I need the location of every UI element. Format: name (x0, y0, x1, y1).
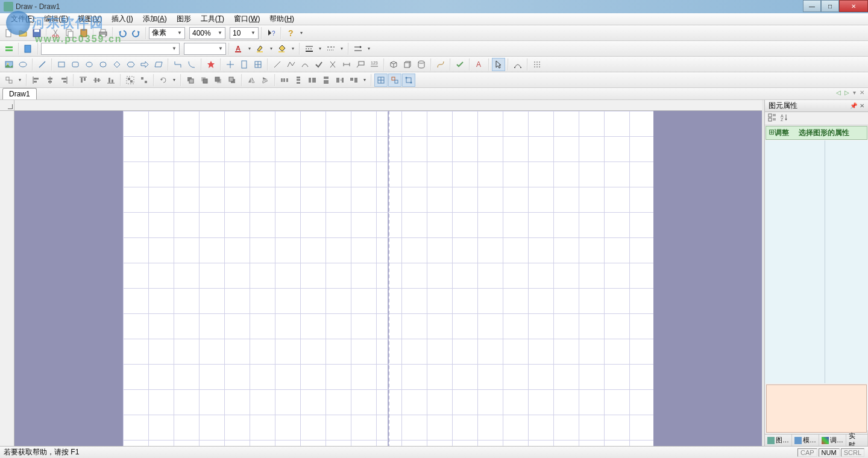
panel-tab-realtime[interactable]: 实时… (846, 430, 868, 447)
match-size-icon[interactable] (347, 74, 360, 87)
image-icon[interactable] (2, 58, 16, 71)
layer-green-icon[interactable] (2, 42, 16, 55)
check2-icon[interactable] (453, 58, 467, 71)
menu-file[interactable]: 文件(F) (6, 13, 39, 25)
ruler-corner[interactable] (0, 100, 14, 111)
equal-size-icon[interactable]: = (333, 74, 347, 87)
group-icon[interactable] (124, 74, 137, 87)
distribute1-icon[interactable] (278, 74, 291, 87)
ellipse-outline-icon[interactable] (16, 58, 30, 71)
style-combo[interactable]: ▼ (41, 43, 180, 55)
flip-h-icon[interactable] (245, 74, 258, 87)
anchor-icon[interactable] (2, 74, 16, 87)
align-top-icon[interactable] (77, 74, 90, 87)
fill-color-button[interactable] (275, 42, 289, 55)
new-button[interactable] (2, 27, 16, 40)
highlight-color-button[interactable] (254, 42, 267, 55)
panel-tab-adjust[interactable]: 调… (819, 434, 846, 446)
rectangle-tool-icon[interactable] (55, 58, 68, 71)
arc-icon[interactable] (298, 58, 312, 71)
canvas-page[interactable] (14, 111, 762, 446)
tab-next-icon[interactable]: ▷ (843, 89, 851, 96)
panel-pin-icon[interactable]: 📌 (850, 102, 857, 109)
snap-grid-icon[interactable] (374, 74, 388, 87)
flip-v-icon[interactable] (259, 74, 272, 87)
cylinder-icon[interactable] (415, 58, 428, 71)
layer-blue-icon[interactable] (22, 42, 35, 55)
align-middle-icon[interactable] (90, 74, 104, 87)
send-backward-icon[interactable] (212, 74, 225, 87)
whatsthis-button[interactable]: ? (265, 27, 278, 40)
callout-icon[interactable] (354, 58, 367, 71)
tab-list-icon[interactable]: ▾ (852, 89, 857, 96)
menu-insert[interactable]: 插入(I) (107, 13, 137, 25)
zoom-combo[interactable]: 400%▼ (189, 27, 225, 39)
bezier-icon[interactable] (434, 58, 447, 71)
menu-add[interactable]: 添加(A) (138, 13, 172, 25)
distribute4-icon[interactable] (319, 74, 333, 87)
text-tool-icon[interactable]: A (473, 58, 486, 71)
snap-object-icon[interactable] (388, 74, 401, 87)
titlebar[interactable]: Draw - Draw1 — □ ✕ (0, 0, 868, 13)
menu-window[interactable]: 窗口(W) (229, 13, 265, 25)
panel-tab-shapes[interactable]: 图… (765, 434, 792, 446)
property-row[interactable]: ⊞ 调整 选择图形的属性 (766, 126, 867, 140)
minimize-button[interactable]: — (803, 0, 821, 12)
line-style-button[interactable] (303, 42, 316, 55)
polyline-icon[interactable] (285, 58, 298, 71)
send-back-icon[interactable] (225, 74, 239, 87)
distribute2-icon[interactable] (292, 74, 305, 87)
arrow-shape-icon[interactable] (138, 58, 151, 71)
unit-combo[interactable]: 像素▼ (149, 27, 185, 39)
page-icon[interactable] (237, 58, 251, 71)
open-button[interactable] (16, 27, 30, 40)
help-dropdown[interactable]: ▾ (298, 30, 305, 36)
menu-shape[interactable]: 图形 (172, 13, 196, 25)
ruler-vertical[interactable] (0, 111, 14, 446)
paste-button[interactable] (77, 27, 90, 40)
ungroup-icon[interactable] (137, 74, 151, 87)
grid-icon[interactable] (251, 58, 265, 71)
ellipse-tool-icon[interactable] (83, 58, 96, 71)
3d-rect-icon[interactable] (401, 58, 414, 71)
hexagon-icon[interactable] (124, 58, 137, 71)
rotate-icon[interactable] (157, 74, 170, 87)
tab-draw1[interactable]: Draw1 (2, 88, 37, 99)
scissors-icon[interactable] (326, 58, 339, 71)
bring-front-icon[interactable] (184, 74, 197, 87)
rounded-rect-icon[interactable] (69, 58, 82, 71)
help-button[interactable]: ? (284, 27, 297, 40)
check-icon[interactable] (312, 58, 326, 71)
line2-icon[interactable] (271, 58, 284, 71)
dimension-icon[interactable] (340, 58, 353, 71)
parallelogram-icon[interactable] (152, 58, 165, 71)
panel-tab-template[interactable]: 模… (792, 434, 819, 446)
3d-box-icon[interactable] (387, 58, 400, 71)
line-tool-icon[interactable] (36, 58, 49, 71)
expand-icon[interactable]: ⊞ (769, 128, 775, 138)
size-combo[interactable]: ▼ (184, 43, 226, 55)
arrow-style-button[interactable] (351, 42, 365, 55)
print-button[interactable] (96, 27, 110, 40)
curve-connector-icon[interactable] (185, 58, 198, 71)
measure-icon[interactable]: 123 (368, 58, 381, 71)
save-button[interactable] (30, 27, 43, 40)
connector-icon[interactable] (171, 58, 184, 71)
bring-forward-icon[interactable] (198, 74, 211, 87)
canvas-scroll[interactable] (14, 111, 762, 446)
align-left-icon[interactable] (30, 74, 43, 87)
number-combo[interactable]: 10▼ (230, 27, 259, 39)
star-icon[interactable] (204, 58, 218, 71)
redo-button[interactable] (130, 27, 143, 40)
node-tool-icon[interactable] (511, 58, 524, 71)
font-color-button[interactable]: A (232, 42, 245, 55)
align-bottom-icon[interactable] (104, 74, 118, 87)
pointer-tool-icon[interactable] (492, 58, 505, 71)
tab-prev-icon[interactable]: ◁ (835, 89, 842, 96)
snap-guide-icon[interactable] (402, 74, 415, 87)
panel-close-icon[interactable]: ✕ (860, 102, 864, 109)
crosshair-icon[interactable] (224, 58, 237, 71)
menu-view[interactable]: 视图(V) (73, 13, 107, 25)
copy-button[interactable] (63, 27, 77, 40)
tab-close-icon[interactable]: ✕ (858, 89, 866, 96)
